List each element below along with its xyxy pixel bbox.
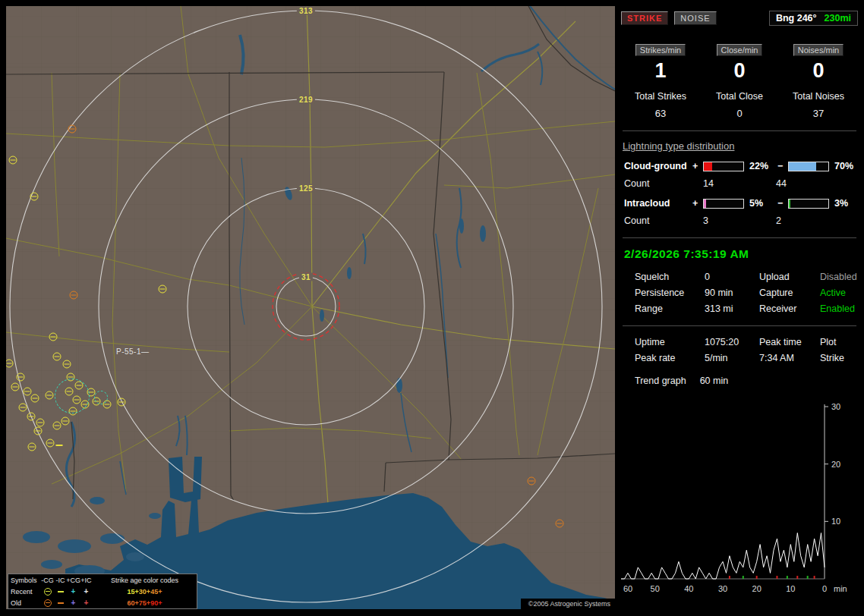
- strike-marker-recent: [53, 353, 61, 361]
- capture-status: Active: [820, 288, 858, 298]
- age-code: 30+: [139, 588, 150, 596]
- x-tick-label: 50: [651, 584, 660, 593]
- legend-row-label: Old: [8, 599, 41, 607]
- lightning-map[interactable]: 31321912531P-55-1— Symbols-CG-IC+CG+ICSt…: [6, 6, 615, 609]
- intracloud-count-row: Count 3 2: [624, 215, 858, 226]
- x-tick-label: 60: [623, 584, 632, 593]
- positive-strike-icon: +: [71, 600, 76, 606]
- strike-marker-recent: [49, 333, 58, 341]
- legend-header-row: Symbols-CG-IC+CG+ICStrike age color code…: [8, 574, 197, 586]
- strike-marker-old: [68, 125, 77, 134]
- legend-age-cells: 60+75+90+: [93, 599, 197, 607]
- strike-marker-old: [70, 291, 78, 300]
- noises-per-min-button[interactable]: Noises/min: [793, 44, 844, 56]
- y-tick-label: 30: [831, 403, 840, 411]
- ic-negative-bar: [788, 199, 829, 209]
- capture-label: Capture: [759, 288, 820, 298]
- cg-positive-bar: [703, 162, 744, 171]
- ic-negative-pct: 3%: [831, 198, 862, 209]
- age-code: 90+: [150, 599, 162, 607]
- x-tick-label: 30: [718, 584, 727, 593]
- age-code: 60+: [128, 599, 139, 607]
- total-noises-value: 37: [813, 108, 824, 119]
- strike-marker-recent: [27, 413, 36, 421]
- positive-strike-icon: +: [71, 589, 76, 595]
- minus-sign: −: [777, 198, 788, 209]
- storm-cell-ring: [55, 379, 90, 413]
- uptime-label: Uptime: [635, 337, 705, 347]
- map-legend: Symbols-CG-IC+CG+ICStrike age color code…: [8, 574, 197, 609]
- storm-cell-ring: [94, 391, 108, 404]
- legend-col-header: -IC: [54, 577, 67, 584]
- noise-mode-button[interactable]: NOISE: [674, 11, 716, 25]
- stats-grid: Uptime 1075:20 Peak time Plot Peak rate …: [635, 337, 858, 363]
- range-ring-label: 31: [299, 273, 313, 281]
- squelch-label: Squelch: [635, 272, 705, 282]
- legend-symbol-cell: +: [67, 589, 80, 595]
- legend-symbol-cell: +: [80, 589, 93, 595]
- peak-rate-label: Peak rate: [635, 353, 705, 363]
- range-ring-label: 313: [297, 7, 315, 15]
- plus-sign: +: [692, 198, 703, 209]
- trend-graph-label: Trend graph: [635, 376, 686, 386]
- y-tick-label: 10: [831, 517, 840, 526]
- strike-marker-recent: [61, 417, 70, 426]
- total-close-value: 0: [736, 108, 742, 119]
- legend-col-header: +CG: [67, 577, 80, 584]
- legend-col-header: -CG: [41, 577, 54, 584]
- strikes-per-min-button[interactable]: Strikes/min: [635, 44, 686, 56]
- trend-chart-wrap: 3020106050403020100min: [621, 403, 858, 602]
- x-tick-label: 20: [752, 584, 762, 593]
- y-tick-label: 20: [831, 460, 840, 469]
- strike-marker-recent: [24, 388, 32, 396]
- legend-symbol-cell: [54, 591, 67, 592]
- ic-strike-icon: [58, 591, 64, 592]
- range-value: 313 mi: [705, 303, 759, 314]
- strike-marker-old: [528, 477, 536, 486]
- ic-positive-count: 3: [703, 215, 776, 226]
- peak-rate-value: 5/min: [705, 353, 759, 363]
- ic-strike-marker: [56, 445, 63, 446]
- strike-mode-button[interactable]: STRIKE: [621, 11, 668, 25]
- cg-negative-bar: [788, 162, 829, 171]
- squelch-value: 0: [705, 272, 759, 282]
- strike-marker-recent: [36, 419, 45, 427]
- peak-time-value: 7:34 AM: [759, 353, 820, 363]
- strike-marker-recent: [30, 193, 39, 201]
- trend-chart: 3020106050403020100min: [621, 403, 855, 599]
- legend-row: Old++60+75+90+: [8, 597, 197, 608]
- legend-row: Recent++15+30+45+: [8, 586, 197, 597]
- legend-symbol-cell: [54, 602, 67, 604]
- strike-overlay: 31321912531P-55-1—: [6, 6, 615, 609]
- count-label: Count: [624, 215, 703, 226]
- age-code: 15+: [128, 588, 139, 596]
- legend-col-header: +IC: [80, 577, 93, 584]
- divider: [623, 130, 856, 131]
- rates-row: Strikes/min 1 Total Strikes 63 Close/min…: [621, 44, 858, 119]
- plot-value: Strike: [820, 353, 858, 363]
- cloud-ground-label: Cloud-ground: [624, 161, 692, 171]
- strike-marker-recent: [28, 443, 36, 451]
- bearing-range: 230mi: [825, 13, 851, 24]
- trend-header: Trend graph 60 min: [635, 376, 858, 386]
- count-label: Count: [624, 178, 703, 189]
- strike-marker-recent: [6, 360, 14, 368]
- positive-strike-icon: +: [84, 589, 89, 595]
- strike-marker-recent: [118, 398, 126, 407]
- close-per-min-button[interactable]: Close/min: [717, 44, 763, 56]
- receiver-status: Enabled: [820, 303, 858, 314]
- cg-positive-pct: 22%: [746, 161, 777, 171]
- intracloud-row: Intracloud + 5% − 3%: [624, 198, 858, 209]
- legend-symbol-cell: [41, 588, 54, 596]
- legend-symbol-cell: [41, 599, 54, 607]
- datetime-display: 2/26/2026 7:35:19 AM: [624, 247, 858, 261]
- x-tick-label: 0: [822, 584, 827, 593]
- persistence-label: Persistence: [635, 288, 705, 298]
- noises-per-min-value: 0: [812, 59, 824, 82]
- range-label: Range: [635, 303, 705, 314]
- mode-toolbar: STRIKE NOISE Bng 246° 230mi: [621, 11, 858, 26]
- intracloud-label: Intracloud: [624, 198, 692, 209]
- total-strikes-label: Total Strikes: [635, 91, 686, 102]
- strike-marker-recent: [159, 285, 167, 294]
- close-per-min-value: 0: [733, 59, 745, 82]
